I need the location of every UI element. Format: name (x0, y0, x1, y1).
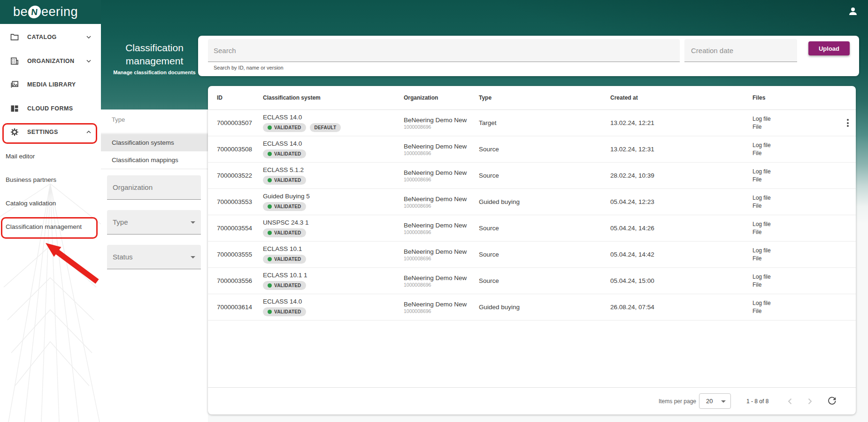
table-row[interactable]: 7000003507 ECLASS 14.0 VALIDATEDDEFAULT … (208, 110, 856, 136)
classification-system-name: UNSPSC 24.3 1 (263, 219, 309, 226)
validated-badge: VALIDATED (263, 149, 306, 158)
pagination-bar: Items per page 20 1 - 8 of 8 (208, 387, 856, 414)
upload-button[interactable]: Upload (808, 41, 850, 55)
log-file-link[interactable]: Log file (753, 194, 771, 202)
previous-page-icon[interactable] (784, 396, 796, 407)
validated-dot-icon (268, 178, 272, 182)
log-file-link[interactable]: Log file (753, 141, 771, 149)
validated-badge: VALIDATED (263, 281, 306, 290)
organization-name: BeNeering Demo New (404, 301, 467, 308)
search-hint: Search by ID, name or version (214, 65, 284, 70)
created-at-value: 13.02.24, 12:31 (610, 146, 654, 153)
table-row[interactable]: 7000003556 ECLASS 10.1 1 VALIDATED BeNee… (208, 268, 856, 294)
organization-filter-input-field[interactable] (107, 183, 201, 191)
filter-panel: Type Classification systemsClassificatio… (101, 109, 208, 422)
organization-id: 1000008696 (404, 150, 467, 156)
items-per-page-label: Items per page (658, 388, 696, 414)
row-id: 7000003522 (217, 172, 252, 179)
validated-badge: VALIDATED (263, 202, 306, 211)
sidebar-item-organization[interactable]: ORGANIZATION (0, 52, 101, 70)
dropdown-placeholder: Status (113, 253, 133, 261)
default-badge: DEFAULT (310, 123, 341, 132)
log-file-link[interactable]: Log file (753, 273, 771, 281)
file-link[interactable]: File (753, 176, 771, 184)
type-filter-dropdown[interactable]: Type (107, 210, 201, 234)
sidebar-item-mail-editor[interactable]: Mail editor (0, 147, 101, 165)
filter-tab-label: Classification systems (112, 139, 174, 146)
sidebar-item-settings[interactable]: SETTINGS (0, 123, 101, 141)
refresh-icon[interactable] (827, 396, 837, 406)
column-header-type: Type (479, 86, 492, 109)
classification-system-name: ECLASS 14.0 (263, 140, 306, 147)
file-link[interactable]: File (753, 281, 771, 289)
validated-badge: VALIDATED (263, 228, 306, 237)
file-link[interactable]: File (753, 123, 771, 131)
validated-dot-icon (268, 204, 272, 209)
organization-id: 1000008696 (404, 124, 467, 130)
table-header-row: ID Classification system Organization Ty… (208, 86, 856, 110)
file-link[interactable]: File (753, 149, 771, 157)
next-page-icon[interactable] (804, 396, 815, 407)
organization-id: 1000008696 (404, 203, 467, 209)
chevron-down-icon (85, 33, 92, 41)
sidebar-item-catalog-validation[interactable]: Catalog validation (0, 194, 101, 213)
type-value: Target (479, 119, 497, 126)
type-value: Guided buying (479, 304, 520, 311)
dropdown-placeholder: Type (113, 218, 128, 226)
organization-filter-input[interactable] (107, 175, 201, 200)
sidebar-item-classification-management[interactable]: Classification management (0, 218, 101, 236)
type-value: Source (479, 172, 499, 179)
page-size-select[interactable]: 20 (699, 393, 731, 409)
log-file-link[interactable]: Log file (753, 220, 771, 228)
row-menu-kebab-icon[interactable] (843, 118, 853, 128)
log-file-link[interactable]: Log file (753, 299, 771, 307)
type-value: Guided buying (479, 198, 520, 205)
created-at-value: 05.04.24, 14:26 (610, 225, 654, 232)
sidebar-item-cloud-forms[interactable]: CLOUD FORMS (0, 99, 101, 118)
creation-date-input[interactable] (684, 39, 797, 62)
validated-dot-icon (268, 125, 272, 130)
person-icon[interactable] (847, 6, 859, 17)
search-input[interactable] (208, 39, 680, 62)
sidebar-item-label: Business partners (6, 176, 56, 183)
table-row[interactable]: 7000003614 ECLASS 14.0 VALIDATED BeNeeri… (208, 294, 856, 320)
file-link[interactable]: File (753, 307, 771, 315)
sidebar-item-catalog[interactable]: CATALOG (0, 28, 101, 47)
type-value: Source (479, 225, 499, 232)
column-header-id: ID (217, 86, 223, 109)
column-header-organization: Organization (404, 86, 438, 109)
row-id: 7000003508 (217, 146, 252, 153)
status-badges: VALIDATEDDEFAULT (263, 123, 341, 132)
table-row[interactable]: 7000003554 UNSPSC 24.3 1 VALIDATED BeNee… (208, 215, 856, 242)
validated-dot-icon (268, 257, 272, 261)
organization-id: 1000008696 (404, 177, 467, 182)
filter-tab-classification-systems[interactable]: Classification systems (101, 134, 208, 151)
table-row[interactable]: 7000003508 ECLASS 14.0 VALIDATED BeNeeri… (208, 136, 856, 163)
organization-name: BeNeering Demo New (404, 143, 467, 150)
table-row[interactable]: 7000003522 ECLASS 5.1.2 VALIDATED BeNeer… (208, 163, 856, 189)
classification-system-name: ECLASS 14.0 (263, 114, 341, 121)
validated-dot-icon (268, 231, 272, 235)
sidebar-item-business-partners[interactable]: Business partners (0, 170, 101, 189)
file-link[interactable]: File (753, 202, 771, 210)
file-link[interactable]: File (753, 228, 771, 236)
classification-system-name: Guided Buying 5 (263, 193, 310, 200)
status-filter-dropdown[interactable]: Status (107, 245, 201, 269)
validated-badge: VALIDATED (263, 176, 306, 185)
sidebar-item-label: SETTINGS (27, 129, 58, 135)
row-id: 7000003554 (217, 225, 252, 232)
log-file-link[interactable]: Log file (753, 115, 771, 123)
page-header: Classification management Manage classif… (101, 24, 208, 109)
filter-tab-classification-mappings[interactable]: Classification mappings (101, 151, 208, 169)
chevron-down-icon (721, 400, 726, 403)
table-row[interactable]: 7000003553 Guided Buying 5 VALIDATED BeN… (208, 189, 856, 215)
validated-dot-icon (268, 283, 272, 288)
log-file-link[interactable]: Log file (753, 168, 771, 176)
log-file-link[interactable]: Log file (753, 247, 771, 255)
validated-badge: VALIDATED (263, 307, 306, 316)
validated-dot-icon (268, 152, 272, 156)
file-link[interactable]: File (753, 255, 771, 263)
table-row[interactable]: 7000003555 ECLASS 10.1 VALIDATED BeNeeri… (208, 242, 856, 268)
logo-text-suffix: eering (41, 5, 78, 19)
sidebar-item-media-library[interactable]: MEDIA LIBRARY (0, 75, 101, 94)
